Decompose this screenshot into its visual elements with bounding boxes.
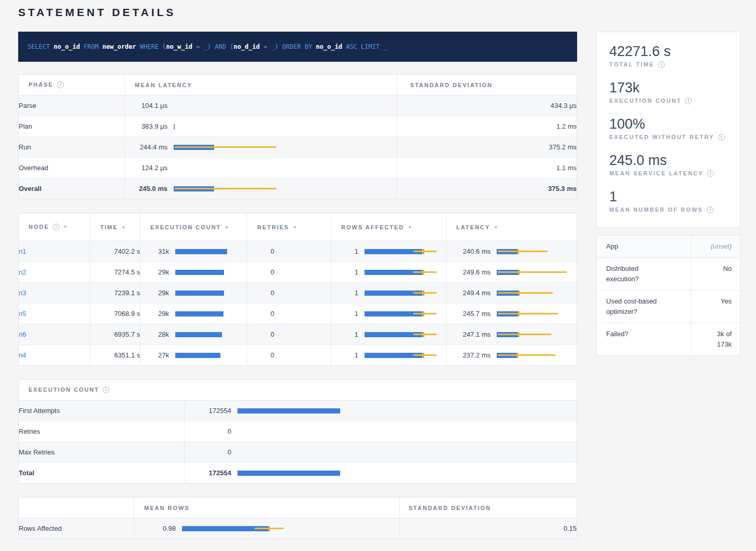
latency-cell: 247.1 ms xyxy=(446,324,577,345)
node-link[interactable]: n1 xyxy=(19,247,26,255)
stdev-line xyxy=(175,146,276,148)
mean-latency-column-header: MEAN LATENCY xyxy=(125,75,397,95)
phase-row: Run244.4 ms375.2 ms xyxy=(19,137,577,158)
mean-bar xyxy=(237,471,340,476)
node-link[interactable]: n4 xyxy=(19,351,26,359)
summary-stat: 42271.6 sTOTAL TIMEi xyxy=(609,44,727,68)
phase-name: Overall xyxy=(19,178,125,199)
stdev-tick xyxy=(422,270,424,275)
retries-value: 0 xyxy=(247,262,331,282)
execution-count-cell: 29k xyxy=(141,304,247,324)
execution-metric-label: Retries xyxy=(19,421,185,442)
stat-value: 245.0 ms xyxy=(609,153,727,169)
info-icon[interactable]: i xyxy=(707,206,713,213)
phase-name: Run xyxy=(19,137,125,158)
node-link[interactable]: n3 xyxy=(19,289,26,297)
phase-row: Overhead124.2 µs1.1 ms xyxy=(19,158,577,178)
latency-bar-chart xyxy=(365,332,446,337)
retries-value: 0 xyxy=(247,304,331,324)
node-column-header[interactable]: NODEi▼ xyxy=(19,213,90,241)
stdev-line xyxy=(413,292,437,294)
execution-count-cell: 31k xyxy=(141,241,247,262)
phase-table-header-row: PHASEi MEAN LATENCY STANDARD DEVIATION xyxy=(19,75,577,95)
execution-count-value-bar: 31k xyxy=(141,241,247,261)
execution-count-value-bar: 27k xyxy=(141,345,247,365)
rows-stdev-cell: 0.15 xyxy=(400,518,577,539)
rows-affected-column-header[interactable]: ROWS AFFECTED▼ xyxy=(331,213,446,241)
execution-count-cell: 28k xyxy=(141,324,247,345)
value-label: 1 xyxy=(331,330,358,338)
rows-affected-cell: 1 xyxy=(331,262,446,283)
info-icon[interactable]: i xyxy=(57,81,64,88)
attribute-row: Used cost-based optimizer?Yes xyxy=(597,290,740,323)
retries-value: 0 xyxy=(247,345,331,365)
node-link[interactable]: n6 xyxy=(19,330,26,338)
sql-keyword: ASC LIMIT _ xyxy=(342,43,387,50)
info-icon[interactable]: i xyxy=(718,134,725,141)
stdev-line xyxy=(175,188,276,189)
mean-bar xyxy=(237,408,340,414)
sql-identifier: no_o_id xyxy=(54,43,80,50)
info-icon[interactable]: i xyxy=(53,224,60,230)
info-icon[interactable]: i xyxy=(685,98,692,104)
rows-stdev-column-label: STANDARD DEVIATION xyxy=(409,505,491,511)
stdev-line xyxy=(498,251,548,252)
latency-cell: 237.2 ms xyxy=(446,345,577,366)
latency-bar-chart xyxy=(174,145,397,150)
execution-metric-value-bar: 0 xyxy=(185,442,577,462)
rows-affected-table: MEAN ROWS STANDARD DEVIATION Rows Affect… xyxy=(18,497,577,539)
latency-bar-chart xyxy=(365,353,446,358)
latency-bar-chart xyxy=(175,291,247,296)
execution-metric-value-cell: 172554 xyxy=(185,463,577,484)
latency-value-bar: 240.6 ms xyxy=(446,241,577,261)
mean-bar xyxy=(175,311,223,316)
retries-column-header[interactable]: RETRIES▼ xyxy=(247,213,331,241)
info-icon[interactable]: i xyxy=(103,387,109,393)
stat-label: MEAN NUMBER OF ROWSi xyxy=(609,206,727,213)
sql-statement-box: SELECT no_o_id FROM new_order WHERE (no_… xyxy=(18,32,577,62)
mean-latency-value-bar: 245.0 ms xyxy=(125,178,397,199)
latency-bar-chart xyxy=(174,124,397,129)
node-link[interactable]: n2 xyxy=(19,268,26,276)
retries-cell: 0 xyxy=(247,283,331,304)
execution-count-row: Total172554 xyxy=(19,463,577,484)
stdev-cell: 375.3 ms xyxy=(397,178,577,199)
node-stats-table: NODEi▼ TIME▼ EXECUTION COUNT▼ RETRIES▼ R… xyxy=(18,213,577,366)
summary-stat: 173kEXECUTION COUNTi xyxy=(609,80,727,104)
latency-value-bar: 249.4 ms xyxy=(446,283,577,303)
stdev-tick xyxy=(422,311,424,316)
sort-arrow-icon: ▼ xyxy=(225,225,229,230)
latency-column-header[interactable]: LATENCY▼ xyxy=(446,213,577,241)
rows-affected-row: Rows Affected0.980.15 xyxy=(19,518,577,539)
stat-value: 42271.6 s xyxy=(609,44,727,60)
latency-bar-chart xyxy=(365,311,446,316)
latency-value-bar: 249.6 ms xyxy=(446,262,577,282)
latency-bar-chart xyxy=(175,332,247,337)
value-label: 0 xyxy=(247,351,274,359)
latency-bar-chart xyxy=(175,270,247,275)
value-label: 1 xyxy=(331,247,358,255)
value-label: 0.98 xyxy=(134,525,176,532)
execution-metric-value-cell: 0 xyxy=(185,442,577,463)
latency-value-bar: 237.2 ms xyxy=(446,345,577,365)
time-column-header[interactable]: TIME▼ xyxy=(90,213,141,241)
info-icon[interactable]: i xyxy=(658,61,665,68)
node-link[interactable]: n5 xyxy=(19,310,26,318)
execution-count-column-header[interactable]: EXECUTION COUNT▼ xyxy=(141,213,247,241)
execution-metric-label: First Attempts xyxy=(19,401,185,421)
execution-count-header-row: EXECUTION COUNTi xyxy=(19,380,577,401)
info-icon[interactable]: i xyxy=(707,170,714,177)
mean-rows-value-bar: 0.98 xyxy=(134,518,399,539)
stat-label: TOTAL TIMEi xyxy=(609,61,727,68)
execution-count-row: First Attempts172554 xyxy=(19,401,577,421)
latency-bar-chart xyxy=(365,291,446,296)
stdev-tick xyxy=(517,353,519,358)
stdev-tick xyxy=(422,353,424,358)
execution-metric-value-bar: 172554 xyxy=(185,463,577,483)
stat-value: 173k xyxy=(609,80,727,96)
summary-stat: 100%EXECUTED WITHOUT RETRYi xyxy=(609,116,727,141)
stdev-tick xyxy=(519,270,520,275)
value-label: 245.7 ms xyxy=(446,310,491,318)
sidebar: 42271.6 sTOTAL TIMEi173kEXECUTION COUNTi… xyxy=(596,32,740,356)
phase-name: Plan xyxy=(19,116,125,137)
